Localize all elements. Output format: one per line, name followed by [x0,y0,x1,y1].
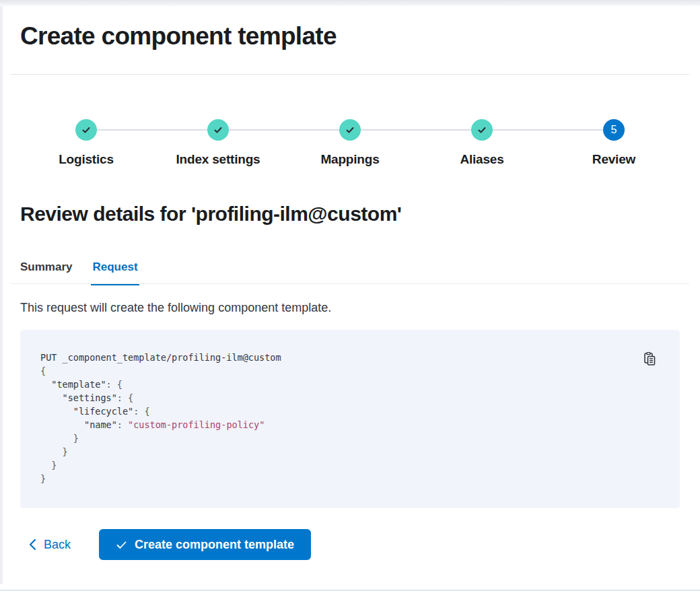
copy-clipboard-icon [642,351,657,366]
step-active-circle[interactable]: 5 [603,119,625,141]
copy-to-clipboard-button[interactable] [642,351,657,366]
page-left-edge [0,6,3,584]
page-top-edge [0,0,700,6]
check-icon [81,125,92,135]
stepper-step-aliases: Aliases [416,119,548,167]
step-label: Mappings [320,152,379,167]
step-complete-circle[interactable] [339,119,361,141]
request-code-block: PUT _component_template/profiling-ilm@cu… [20,330,680,508]
step-label: Aliases [460,152,503,167]
step-complete-circle[interactable] [471,119,493,141]
create-component-template-label: Create component template [135,538,294,552]
back-button-label: Back [44,538,71,552]
step-complete-circle[interactable] [207,119,229,141]
check-icon [213,125,223,135]
review-details-heading: Review details for 'profiling-ilm@custom… [20,203,401,225]
back-button[interactable]: Back [20,538,71,552]
tab-request[interactable]: Request [91,259,139,285]
check-icon [477,125,487,135]
wizard-stepper: Logistics Index settings Mappings [20,119,680,167]
check-icon [345,125,355,135]
stepper-step-review: 5 Review [548,119,680,167]
create-component-template-page: Create component template Logistics Inde… [0,0,700,593]
step-label: Review [592,152,635,167]
code-lines: PUT _component_template/profiling-ilm@cu… [40,351,660,485]
review-tabs: Summary Request [19,259,139,285]
request-description: This request will create the following c… [20,301,331,315]
step-number: 5 [611,124,617,136]
check-icon [116,539,127,551]
step-complete-circle[interactable] [75,119,97,141]
stepper-step-mappings: Mappings [284,119,416,167]
step-label: Index settings [176,152,260,167]
page-title: Create component template [20,22,337,50]
stepper-step-logistics: Logistics [20,119,152,167]
chevron-left-icon [28,538,37,551]
step-label: Logistics [59,152,114,167]
create-component-template-button[interactable]: Create component template [99,529,311,560]
tab-summary[interactable]: Summary [19,259,73,285]
footer-actions: Back Create component template [20,529,311,560]
tabs-divider [11,283,689,284]
title-divider [11,74,689,75]
stepper-step-index-settings: Index settings [152,119,284,167]
page-bottom-divider [0,590,700,591]
